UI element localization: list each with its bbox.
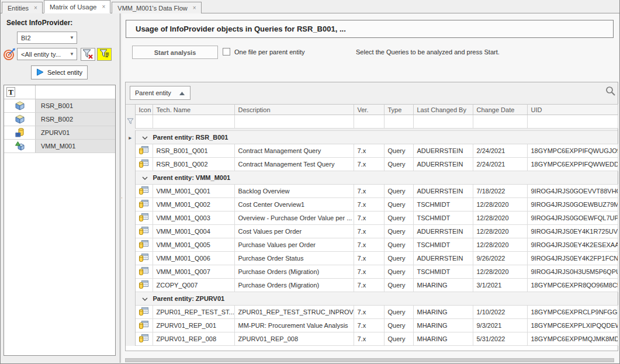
cell-uid: 9IROG4JRJS0EY4K1R725UVD1S [527, 225, 618, 238]
list-item-zpurv01[interactable]: ZPURV01 [4, 126, 115, 140]
cell-uid: 9IROG4JRJS0H3U5M5P6QPU... [527, 265, 618, 279]
select-entity-button[interactable]: Select entity [31, 65, 88, 79]
cell-description: Contract Management Query [234, 144, 354, 158]
filter-cell-change-date[interactable] [473, 115, 527, 129]
tab-label: Entities [8, 5, 29, 12]
row-indicator-cell [126, 332, 135, 346]
query-row-vmm-m001-q003[interactable]: VMM_M001_Q003Overview - Purchase Order V… [126, 212, 618, 225]
tab-label: VMM_M001's Data Flow [117, 5, 187, 12]
list-header-name-cell[interactable] [36, 85, 115, 99]
column-header-tech-name[interactable]: Tech. Name [153, 105, 234, 115]
group-header-cell[interactable]: Parent entity: RSR_B001 [135, 131, 618, 144]
query-icon [135, 212, 153, 225]
system-dropdown[interactable]: BI2 ▼ [17, 32, 77, 44]
clear-filter-icon [82, 49, 93, 60]
filter-cell-uid[interactable] [527, 115, 618, 129]
cell-description: Contract Management Test Query [234, 158, 354, 171]
column-header-uid[interactable]: UID [527, 105, 618, 115]
row-indicator-cell [126, 306, 135, 319]
query-row-zpurv01-rep-001[interactable]: ZPURV01_REP_001MM-PUR: Procurement Value… [126, 319, 618, 332]
group-row[interactable]: Parent entity: ZPURV01 [126, 292, 618, 306]
column-header-description[interactable]: Description [234, 105, 354, 115]
search-icon[interactable] [605, 86, 616, 96]
row-indicator-cell [126, 144, 135, 158]
row-indicator-cell [126, 265, 135, 279]
cell-type: Query [384, 252, 413, 265]
group-header-cell[interactable]: Parent entity: VMM_M001 [135, 171, 618, 185]
filter-cell-last-changed-by[interactable] [413, 115, 473, 129]
filter-cell-type[interactable] [384, 115, 413, 129]
group-header-cell[interactable]: Parent entity: ZPURV01 [135, 292, 618, 306]
column-header-last-changed-by[interactable]: Last Changed By [413, 105, 473, 115]
query-row-rsr-b001-q001[interactable]: RSR_B001_Q001Contract Management Query7.… [126, 144, 618, 158]
column-header-row: IconTech. NameDescriptionVer.TypeLast Ch… [126, 105, 618, 115]
query-icon [135, 225, 153, 238]
chevron-down-icon[interactable] [142, 295, 148, 302]
cell-type: Query [384, 225, 413, 238]
tab-matrix-of-usage[interactable]: Matrix of Usage× [44, 0, 110, 13]
filter-editor-button[interactable] [97, 48, 112, 61]
cell-uid: 9IROG4JRJS0EY4K2FP1FCN94C [527, 252, 618, 265]
tab-entities[interactable]: Entities× [2, 2, 43, 13]
cell-last-changed-by: MHARING [413, 319, 473, 332]
cell-description: Purchase Order Status [234, 252, 354, 265]
query-row-vmm-m001-q001[interactable]: VMM_M001_Q001Backlog Overview7.xQueryADU… [126, 185, 618, 198]
query-row-zpurv01-rep-008[interactable]: ZPURV01_REP_008ZPURV01_REP_0087.xQueryMH… [126, 332, 618, 346]
group-by-field-button[interactable]: Parent entity [130, 86, 190, 100]
query-row-zcopy-q007[interactable]: ZCOPY_Q007Purchase Orders (Migration)7.x… [126, 279, 618, 292]
chevron-down-icon[interactable] [142, 174, 148, 181]
query-row-vmm-m001-q007[interactable]: VMM_M001_Q007Purchase Orders (Migration)… [126, 265, 618, 279]
group-label: Parent entity: ZPURV01 [153, 295, 225, 302]
row-indicator-cell [126, 158, 135, 171]
close-icon[interactable]: × [102, 4, 105, 10]
query-row-zpur01-rep-test-st-[interactable]: ZPUR01_REP_TEST_ST...ZPUR01_REP_TEST_STR… [126, 306, 618, 319]
filter-cell-tech-name[interactable] [153, 115, 234, 129]
cell-tech-name: RSR_B001_Q001 [153, 144, 234, 158]
column-header-change-date[interactable]: Change Date [473, 105, 527, 115]
query-row-rsr-b001-q002[interactable]: RSR_B001_Q002Contract Management Test Qu… [126, 158, 618, 171]
entity-type-dropdown[interactable]: <All entity ty... ▼ [17, 48, 77, 60]
filter-cell-icon[interactable] [135, 115, 153, 129]
query-icon [135, 158, 153, 171]
column-header-icon[interactable]: Icon [135, 105, 153, 115]
cell-type: Query [384, 238, 413, 252]
query-row-vmm-m001-q006[interactable]: VMM_M001_Q006Purchase Order Status7.xQue… [126, 252, 618, 265]
close-icon[interactable]: × [193, 5, 196, 11]
cell-change-date: 12/28/2020 [473, 212, 527, 225]
cell-ver: 7.x [354, 306, 384, 319]
close-icon[interactable]: × [34, 5, 37, 11]
list-item-vmm_m001[interactable]: VMM_M001 [4, 140, 115, 153]
cell-uid: 9IROG4JRJS0GOEWBUZ79ME... [527, 198, 618, 212]
horizontal-scrollbar[interactable] [125, 358, 614, 362]
start-analysis-button[interactable]: Start analysis [132, 46, 218, 59]
clear-filter-button[interactable] [81, 48, 95, 61]
text-filter-icon[interactable]: T [6, 87, 15, 97]
filter-cell-ver-[interactable] [354, 115, 384, 129]
filter-cell-description[interactable] [234, 115, 354, 129]
query-row-vmm-m001-q005[interactable]: VMM_M001_Q005Purchase Values per Order7.… [126, 238, 618, 252]
cell-description: ZPUR01_REP_TEST_STRUC_INPROV [234, 306, 354, 319]
cell-tech-name: VMM_M001_Q001 [153, 185, 234, 198]
query-row-vmm-m001-q002[interactable]: VMM_M001_Q002Cost Center Overview17.xQue… [126, 198, 618, 212]
cell-ver: 7.x [354, 319, 384, 332]
cell-type: Query [384, 332, 413, 346]
hint-text: Select the Queries to be analyzed and pr… [356, 48, 500, 56]
list-item-rsr_b001[interactable]: RSR_B001 [4, 99, 115, 113]
infoprovider-sidebar: Select InfoProvider: BI2 ▼ <All entity t… [1, 13, 120, 363]
query-icon [135, 319, 153, 332]
list-item-rsr_b002[interactable]: RSR_B002 [4, 113, 115, 126]
column-header-ver-[interactable]: Ver. [354, 105, 384, 115]
column-header-type[interactable]: Type [384, 105, 413, 115]
tab-vmm-m001-s-data-flow[interactable]: VMM_M001's Data Flow× [112, 2, 201, 13]
row-indicator-cell [126, 171, 135, 185]
chevron-down-icon: ▼ [70, 35, 74, 40]
cell-last-changed-by: ADUERRSTEIN [413, 225, 473, 238]
group-row[interactable]: Parent entity: VMM_M001 [126, 171, 618, 185]
cell-ver: 7.x [354, 225, 384, 238]
group-row[interactable]: ▸Parent entity: RSR_B001 [126, 131, 618, 144]
one-file-checkbox[interactable] [223, 48, 230, 56]
queries-grid: Parent entity IconTech. Name [125, 82, 618, 351]
tab-bar: Entities×Matrix of Usage×VMM_M001's Data… [1, 0, 619, 13]
chevron-down-icon[interactable] [142, 134, 148, 141]
query-row-vmm-m001-q004[interactable]: VMM_M001_Q004Cost Values per Order7.xQue… [126, 225, 618, 238]
